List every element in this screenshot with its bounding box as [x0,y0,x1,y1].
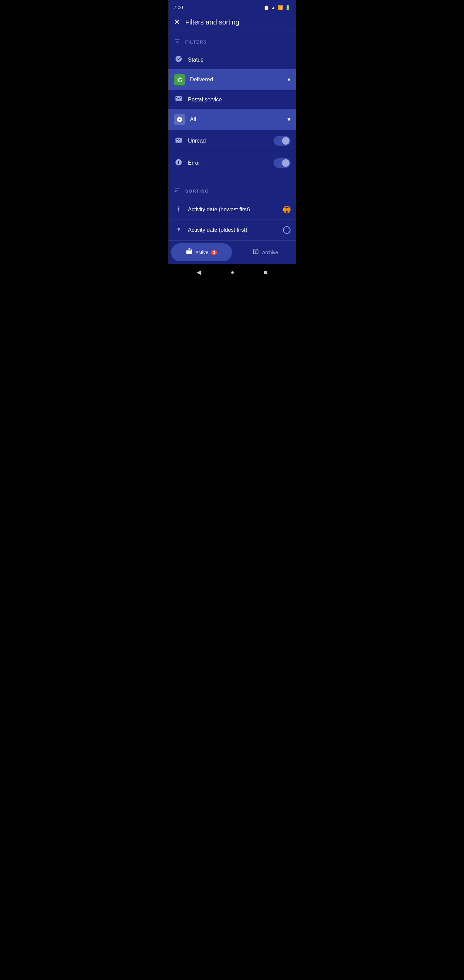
sorting-icon [174,187,181,195]
sort-newest-label: Activity date (newest first) [188,207,278,213]
sort-newest-icon [174,205,183,214]
sort-newest-row[interactable]: Activity date (newest first) [168,199,296,220]
filter-icon [174,38,181,46]
bottom-nav-active[interactable]: Active 3 [171,243,232,261]
active-nav-label: Active [195,250,208,255]
wifi-icon: ▲ [271,5,275,10]
filters-section-header: FILTERS [168,31,296,50]
active-badge: 3 [211,250,217,255]
sorting-section-header: SORTING [168,180,296,199]
status-time: 7:00 [174,5,183,10]
sort-newest-radio[interactable] [283,206,291,213]
android-nav: ◀ ● ■ [168,264,296,280]
postal-service-icon [174,95,183,104]
android-home[interactable]: ● [230,269,234,276]
sort-oldest-label: Activity date (oldest first) [188,227,278,233]
android-back[interactable]: ◀ [197,269,202,276]
page-title: Filters and sorting [185,18,240,26]
status-dropdown-icon-box [174,74,185,86]
postal-service-label: Postal service [188,97,222,103]
postal-service-dropdown[interactable]: All ▾ [168,109,296,130]
unread-label: Unread [188,138,269,144]
postal-chevron: ▾ [288,116,291,123]
bottom-nav-archive[interactable]: Archive [235,240,296,264]
unread-toggle-row: Unread [168,130,296,152]
phone-container: 7:00 📋 ▲ 📶 🔋 ✕ Filters and sorting FILTE… [168,0,296,280]
status-selected: Delivered [190,76,283,83]
sort-oldest-row[interactable]: Activity date (oldest first) [168,220,296,240]
clipboard-icon: 📋 [264,5,269,10]
status-chevron: ▾ [288,76,291,83]
unread-icon [174,137,183,146]
filters-label: FILTERS [185,40,207,45]
postal-service-filter-row: Postal service [168,90,296,109]
status-icons: 📋 ▲ 📶 🔋 [264,5,291,10]
status-filter-row: Status [168,50,296,69]
archive-nav-icon [253,248,259,256]
unread-toggle[interactable] [273,136,291,146]
back-button[interactable]: ✕ [174,18,180,27]
battery-icon: 🔋 [285,5,291,10]
section-divider [168,177,296,177]
archive-nav-label: Archive [262,250,278,255]
bottom-nav: Active 3 Archive [168,240,296,264]
error-icon [174,159,183,168]
sort-oldest-icon [174,225,183,234]
status-label: Status [188,57,203,63]
error-label: Error [188,160,269,166]
postal-dropdown-icon-box [174,114,185,125]
status-bar: 7:00 📋 ▲ 📶 🔋 [168,0,296,14]
status-dropdown[interactable]: Delivered ▾ [168,69,296,90]
signal-icon: 📶 [278,5,283,10]
error-toggle[interactable] [273,158,291,168]
sorting-label: SORTING [185,189,209,194]
sort-oldest-radio[interactable] [283,226,291,234]
content-area: FILTERS Status Delivered ▾ [168,31,296,240]
status-icon [174,55,183,64]
header: ✕ Filters and sorting [168,14,296,31]
error-toggle-row: Error [168,152,296,174]
android-recents[interactable]: ■ [264,269,267,276]
postal-service-selected: All [190,116,283,123]
active-nav-icon [186,248,192,256]
